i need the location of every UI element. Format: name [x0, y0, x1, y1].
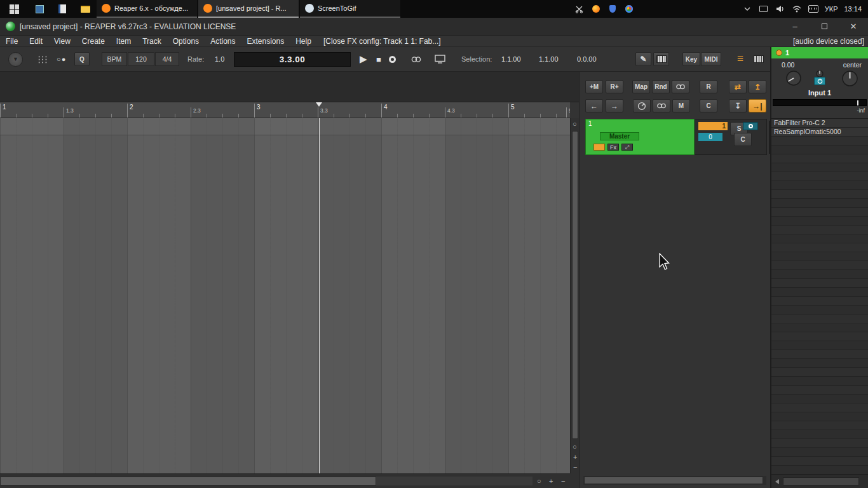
empty-fx-row[interactable]	[771, 430, 868, 439]
add-marker-button[interactable]: +M	[585, 80, 603, 93]
menu-create[interactable]: Create	[76, 37, 111, 46]
empty-fx-row[interactable]	[771, 190, 868, 199]
ruler[interactable]: 11.322.333.344.355	[0, 102, 570, 118]
network-icon[interactable]	[792, 4, 802, 14]
empty-fx-row[interactable]	[771, 359, 868, 368]
fx-slot[interactable]: FabFilter Pro-C 2	[771, 119, 868, 128]
center-button[interactable]: C	[700, 99, 717, 112]
horizontal-scroll-thumb[interactable]	[0, 477, 376, 485]
empty-fx-row[interactable]	[771, 146, 868, 154]
empty-fx-row[interactable]	[771, 297, 868, 306]
empty-fx-row[interactable]	[771, 412, 868, 421]
menu-actions[interactable]: Actions	[205, 37, 241, 46]
pinned-app-1[interactable]	[28, 0, 51, 18]
pinned-app-2[interactable]	[51, 0, 74, 18]
empty-fx-row[interactable]	[771, 234, 868, 243]
dock-down-icon[interactable]: ↧	[729, 99, 747, 112]
taskbar-app[interactable]: ScreenToGif	[300, 0, 400, 18]
rnd-button[interactable]: Rnd	[652, 80, 670, 93]
link-button-2[interactable]	[653, 99, 670, 112]
snap-circles-icon[interactable]: ○●	[57, 52, 66, 66]
track-record-arm-button[interactable]	[743, 122, 758, 130]
track-center-button[interactable]: C	[734, 133, 752, 146]
empty-fx-row[interactable]	[771, 439, 868, 448]
vzoom-in-icon[interactable]: +	[573, 454, 577, 461]
master-fader[interactable]	[773, 99, 867, 106]
language-indicator[interactable]: УКР	[825, 5, 838, 13]
empty-fx-row[interactable]	[771, 137, 868, 146]
mixer-track-header[interactable]: 1	[771, 47, 868, 58]
empty-fx-row[interactable]	[771, 457, 868, 466]
empty-fx-row[interactable]	[771, 395, 868, 403]
nav-right-button[interactable]: →	[606, 99, 623, 112]
grid-dots-icon[interactable]	[37, 52, 48, 66]
minimize-button[interactable]: –	[780, 18, 810, 35]
hamburger-menu-icon[interactable]: ≡	[737, 52, 743, 66]
empty-fx-row[interactable]	[771, 199, 868, 208]
vzoom-out-icon[interactable]: −	[573, 464, 577, 471]
empty-fx-row[interactable]	[771, 226, 868, 234]
track-io-button[interactable]	[593, 144, 605, 151]
empty-fx-row[interactable]	[771, 306, 868, 315]
metronome-button[interactable]	[633, 99, 651, 112]
empty-fx-row[interactable]	[771, 172, 868, 181]
empty-fx-row[interactable]	[771, 341, 868, 350]
tcp-horizontal-scrollbar[interactable]	[583, 476, 766, 485]
selection-end[interactable]: 1.1.00	[539, 55, 559, 63]
chrome-tray-icon[interactable]	[624, 4, 634, 14]
empty-fx-row[interactable]	[771, 377, 868, 386]
empty-fx-row[interactable]	[771, 279, 868, 288]
empty-fx-row[interactable]	[771, 403, 868, 412]
mute-button[interactable]: M	[672, 99, 690, 112]
map-button[interactable]: Map	[632, 80, 650, 93]
move-up-icon[interactable]: ↥	[749, 80, 766, 93]
empty-fx-row[interactable]	[771, 323, 868, 332]
empty-fx-row[interactable]	[771, 252, 868, 261]
empty-fx-row[interactable]	[771, 448, 868, 457]
pinned-app-file-explorer[interactable]	[74, 0, 97, 18]
keyboard-icon[interactable]	[808, 4, 818, 14]
record-arm-dot-icon[interactable]	[776, 50, 782, 56]
monitor-tray-icon[interactable]	[759, 4, 769, 14]
selection-start[interactable]: 1.1.00	[501, 55, 521, 63]
pencil-edit-button[interactable]: ✎	[635, 52, 651, 66]
vertical-scrollbar[interactable]: ○ ○ + −	[570, 118, 579, 473]
time-signature[interactable]: 4/4	[155, 52, 179, 66]
quantize-button[interactable]: Q	[74, 52, 90, 66]
menu-options[interactable]: Options	[167, 37, 205, 46]
empty-fx-row[interactable]	[771, 368, 868, 377]
hzoom-out-icon[interactable]: −	[561, 478, 565, 485]
empty-fx-row[interactable]	[771, 288, 868, 297]
empty-fx-row[interactable]	[771, 163, 868, 172]
track-pan[interactable]: 0	[698, 133, 722, 141]
pan-knob[interactable]	[841, 70, 858, 90]
volume-knob[interactable]	[785, 70, 802, 89]
chevron-up-icon[interactable]	[742, 4, 752, 14]
repeat-button[interactable]: R	[700, 80, 717, 93]
track-1-main[interactable]: 1 Master Fx ⤢	[585, 119, 695, 155]
track-fx-button[interactable]: Fx	[607, 144, 619, 151]
mixer-volume-db[interactable]: 0.00	[782, 61, 794, 69]
key-button[interactable]: Key	[682, 52, 700, 66]
tcp-scroll-thumb[interactable]	[584, 477, 763, 484]
audio-device-status[interactable]: [audio device closed]	[793, 37, 868, 46]
vzoom-circle-icon[interactable]: ○	[573, 444, 577, 451]
empty-fx-row[interactable]	[771, 466, 868, 475]
input-label[interactable]: Input 1	[771, 89, 868, 97]
track-lane-1[interactable]	[0, 118, 570, 135]
empty-fx-row[interactable]	[771, 261, 868, 270]
menu-edit[interactable]: Edit	[24, 37, 48, 46]
hzoom-in-icon[interactable]: +	[549, 478, 553, 485]
empty-fx-row[interactable]	[771, 243, 868, 252]
menu-item[interactable]: Item	[111, 37, 137, 46]
rate-value[interactable]: 1.0	[215, 55, 224, 63]
scroll-left-icon[interactable]	[775, 479, 779, 484]
empty-fx-row[interactable]	[771, 350, 868, 359]
shield-icon[interactable]	[607, 4, 618, 14]
mixer-layout-icon[interactable]	[754, 52, 764, 66]
fader-handle[interactable]	[857, 100, 858, 105]
track-name-button[interactable]: Master	[600, 132, 639, 140]
track-volume[interactable]: 1	[698, 122, 728, 130]
empty-fx-row[interactable]	[771, 217, 868, 226]
mixer-scroll-thumb[interactable]	[783, 477, 859, 485]
